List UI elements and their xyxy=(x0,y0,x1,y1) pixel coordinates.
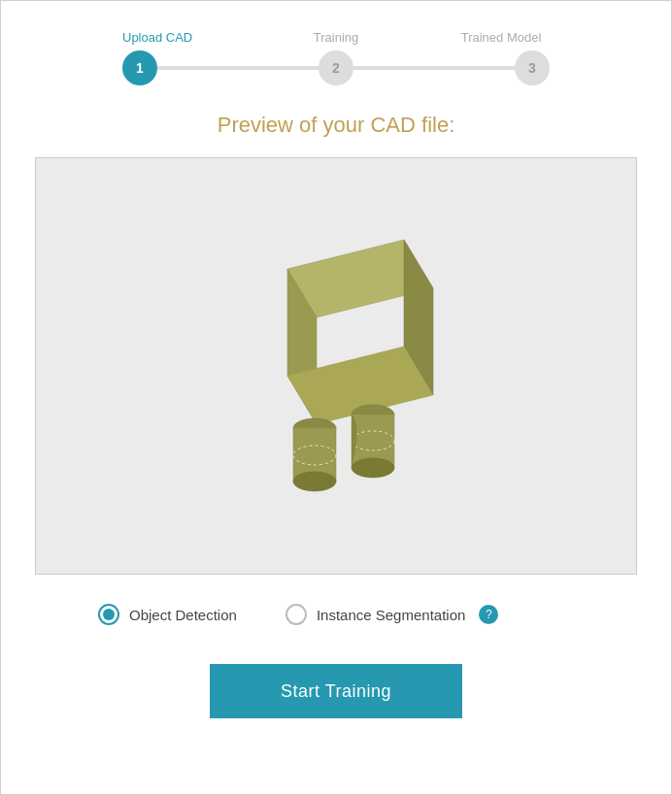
cad-preview-box xyxy=(35,157,637,575)
app-container: Upload CAD Training Trained Model 1 2 3 … xyxy=(0,0,672,795)
step-label-3: Trained Model xyxy=(453,30,550,45)
radio-object-detection[interactable]: Object Detection xyxy=(98,604,237,625)
start-training-button[interactable]: Start Training xyxy=(210,664,462,718)
help-icon[interactable]: ? xyxy=(479,605,498,624)
step-circle-2[interactable]: 2 xyxy=(319,50,353,85)
radio-instance-segmentation[interactable]: Instance Segmentation ? xyxy=(286,604,498,625)
step-label-2: Training xyxy=(287,30,385,45)
step-circle-3[interactable]: 3 xyxy=(515,50,550,85)
step-circle-1[interactable]: 1 xyxy=(122,50,157,85)
stepper-circles: 1 2 3 xyxy=(122,50,550,85)
svg-point-6 xyxy=(293,472,336,491)
stepper: Upload CAD Training Trained Model 1 2 3 xyxy=(40,30,632,85)
step-label-1: Upload CAD xyxy=(122,30,219,45)
radio-outer-1[interactable] xyxy=(98,604,119,625)
radio-options: Object Detection Instance Segmentation ? xyxy=(40,604,632,625)
stepper-track: 1 2 3 xyxy=(122,50,550,85)
preview-title: Preview of your CAD file: xyxy=(218,113,455,138)
cad-3d-model xyxy=(210,211,462,521)
radio-outer-2[interactable] xyxy=(286,604,307,625)
radio-label-1: Object Detection xyxy=(129,607,237,623)
radio-inner-1 xyxy=(103,609,115,620)
radio-label-2: Instance Segmentation xyxy=(317,607,465,623)
svg-point-10 xyxy=(352,458,394,478)
stepper-labels: Upload CAD Training Trained Model xyxy=(122,30,550,45)
